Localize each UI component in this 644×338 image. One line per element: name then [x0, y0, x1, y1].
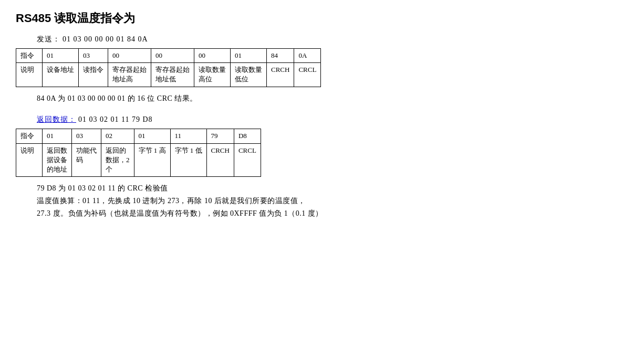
return-row1-col5: 11: [170, 129, 206, 143]
send-row1-col0: 指令: [16, 49, 43, 63]
return-note-line1: 79 D8 为 01 03 02 01 11 的 CRC 检验值: [37, 182, 628, 195]
page-title: RS485 读取温度指令为: [16, 10, 628, 26]
return-note-line3: 27.3 度。负值为补码（也就是温度值为有符号数），例如 0XFFFF 值为负 …: [37, 207, 628, 220]
send-row2-col2: 读指令: [79, 63, 108, 87]
send-note: 84 0A 为 01 03 00 00 00 01 的 16 位 CRC 结果。: [37, 92, 628, 105]
return-row2-col4: 字节 1 高: [134, 143, 170, 177]
send-row2-col0: 说明: [16, 63, 43, 87]
return-line: 返回数据：01 03 02 01 11 79 D8: [37, 115, 628, 124]
send-row2-col6: 读取数量 低位: [231, 63, 267, 87]
send-row1-col4: 00: [151, 49, 194, 63]
return-table: 指令 01 03 02 01 11 79 D8 说明 返回数 据设备 的地址 功…: [16, 129, 261, 177]
return-row1-col2: 03: [72, 129, 101, 143]
send-row2-col3: 寄存器起始 地址高: [108, 63, 151, 87]
send-row2-col7: CRCH: [267, 63, 294, 87]
table-row: 指令 01 03 00 00 00 01 84 0A: [16, 49, 321, 63]
send-row1-col8: 0A: [294, 49, 321, 63]
return-row2-col2: 功能代 码: [72, 143, 101, 177]
table-row: 说明 设备地址 读指令 寄存器起始 地址高 寄存器起始 地址低 读取数量 高位 …: [16, 63, 321, 87]
table-row: 指令 01 03 02 01 11 79 D8: [16, 129, 261, 143]
return-label: 返回数据：: [37, 115, 76, 123]
send-row2-col5: 读取数量 高位: [194, 63, 231, 87]
return-notes: 79 D8 为 01 03 02 01 11 的 CRC 检验值 温度值换算：0…: [37, 182, 628, 219]
send-row2-col4: 寄存器起始 地址低: [151, 63, 194, 87]
return-row2-col5: 字节 1 低: [170, 143, 206, 177]
return-row1-col1: 01: [43, 129, 72, 143]
send-label: 发送：: [37, 35, 60, 43]
send-bytes: 01 03 00 00 00 01 84 0A: [63, 35, 148, 43]
return-row2-col1: 返回数 据设备 的地址: [43, 143, 72, 177]
return-row2-col7: CRCL: [234, 143, 261, 177]
send-table: 指令 01 03 00 00 00 01 84 0A 说明 设备地址 读指令 寄…: [16, 48, 321, 87]
send-row1-col5: 00: [194, 49, 231, 63]
send-line: 发送：01 03 00 00 00 01 84 0A: [37, 35, 628, 44]
return-row1-col0: 指令: [16, 129, 43, 143]
table-row: 说明 返回数 据设备 的地址 功能代 码 返回的 数据，2 个 字节 1 高 字…: [16, 143, 261, 177]
send-row1-col2: 03: [79, 49, 108, 63]
return-row2-col0: 说明: [16, 143, 43, 177]
return-row1-col4: 01: [134, 129, 170, 143]
return-row2-col3: 返回的 数据，2 个: [101, 143, 134, 177]
send-row1-col1: 01: [43, 49, 79, 63]
send-row2-col8: CRCL: [294, 63, 321, 87]
return-note-line2: 温度值换算：01 11，先换成 10 进制为 273，再除 10 后就是我们所要…: [37, 195, 628, 207]
send-row1-col6: 01: [231, 49, 267, 63]
return-row1-col7: D8: [234, 129, 261, 143]
return-row1-col6: 79: [206, 129, 234, 143]
send-row2-col1: 设备地址: [43, 63, 79, 87]
return-row1-col3: 02: [101, 129, 134, 143]
return-section: 返回数据：01 03 02 01 11 79 D8 指令 01 03 02 01…: [16, 115, 628, 219]
send-row1-col3: 00: [108, 49, 151, 63]
return-row2-col6: CRCH: [206, 143, 234, 177]
return-bytes: 01 03 02 01 11 79 D8: [78, 115, 153, 123]
send-section: 发送：01 03 00 00 00 01 84 0A 指令 01 03 00 0…: [16, 35, 628, 104]
send-row1-col7: 84: [267, 49, 294, 63]
